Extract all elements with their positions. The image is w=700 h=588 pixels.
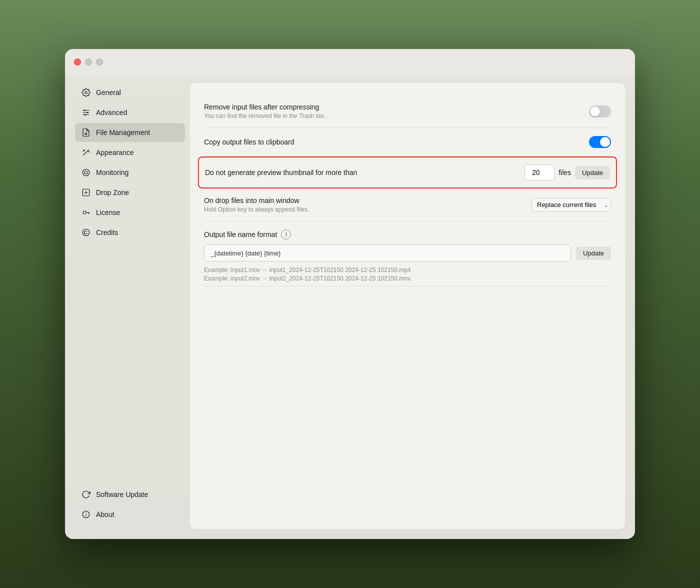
format-example-2: Example: input2.mov → input2_2024-12-25T…	[204, 275, 611, 282]
thumbnail-control: files Update	[524, 164, 610, 180]
drop-behavior-row: On drop files into main window Hold Opti…	[204, 188, 611, 222]
copyright-icon	[81, 228, 91, 238]
thumbnail-limit-label: Do not generate preview thumbnail for mo…	[205, 168, 524, 176]
format-example-1: Example: input1.mov → input1_2024-12-25T…	[204, 266, 611, 274]
sidebar-item-drop-zone[interactable]: Drop Zone	[75, 183, 185, 202]
svg-point-6	[84, 114, 86, 116]
monitoring-icon	[81, 168, 91, 178]
format-examples: Example: input1.mov → input1_2024-12-25T…	[204, 266, 611, 282]
sidebar-item-label: Credits	[96, 228, 118, 236]
sidebar-bottom: Software Update About	[75, 485, 185, 529]
remove-input-label: Remove input files after compressing	[204, 103, 589, 111]
sidebar-item-label: Advanced	[96, 108, 127, 116]
copy-output-row: Copy output files to clipboard	[204, 128, 611, 156]
sidebar-spacer	[75, 243, 185, 484]
copy-output-left: Copy output files to clipboard	[204, 138, 589, 146]
format-update-button[interactable]: Update	[576, 246, 611, 260]
drop-behavior-select-wrapper: Replace current files Append files Ask e…	[532, 198, 611, 212]
titlebar	[65, 49, 635, 75]
format-input-field[interactable]	[204, 244, 571, 262]
maximize-button[interactable]	[96, 58, 103, 66]
sidebar-item-software-update[interactable]: Software Update	[75, 485, 185, 504]
thumbnail-limit-left: Do not generate preview thumbnail for mo…	[205, 168, 524, 176]
window-content: General Advanced File Management Appeara…	[65, 75, 635, 539]
svg-point-12	[83, 211, 86, 214]
format-header: Output file name format i	[204, 230, 611, 240]
svg-point-0	[85, 92, 88, 94]
sidebar-item-label: File Management	[96, 128, 150, 136]
sidebar-item-label: Monitoring	[96, 168, 128, 176]
sidebar-item-about[interactable]: About	[75, 505, 185, 524]
remove-input-left: Remove input files after compressing You…	[204, 103, 589, 120]
close-button[interactable]	[74, 58, 81, 66]
sidebar-item-license[interactable]: License	[75, 203, 185, 222]
info-circle-icon	[81, 510, 91, 520]
thumbnail-limit-row: Do not generate preview thumbnail for mo…	[198, 156, 617, 188]
remove-input-row: Remove input files after compressing You…	[204, 95, 611, 128]
sidebar-item-appearance[interactable]: Appearance	[75, 143, 185, 162]
svg-point-10	[82, 169, 90, 176]
info-icon-label: i	[286, 231, 287, 238]
refresh-icon	[81, 490, 91, 500]
drop-behavior-label: On drop files into main window	[204, 196, 532, 204]
toggle-knob	[590, 106, 600, 116]
remove-input-toggle[interactable]	[589, 106, 611, 118]
sidebar-item-label: General	[96, 88, 121, 96]
sidebar: General Advanced File Management Appeara…	[75, 83, 190, 529]
file-arrow-icon	[81, 128, 91, 138]
drop-zone-icon	[81, 188, 91, 198]
sidebar-item-advanced[interactable]: Advanced	[75, 103, 185, 122]
files-label: files	[558, 168, 571, 176]
svg-point-16	[82, 229, 90, 236]
toggle-knob	[600, 137, 610, 147]
remove-input-sublabel: You can find the removed file in the Tra…	[204, 112, 589, 120]
thumbnail-number-input[interactable]	[524, 164, 554, 180]
wand-icon	[81, 148, 91, 158]
sidebar-item-label: About	[96, 510, 114, 518]
svg-point-4	[84, 110, 86, 111]
drop-behavior-sublabel: Hold Option key to always append files.	[204, 206, 532, 213]
format-section-label: Output file name format	[204, 230, 277, 238]
preferences-window: General Advanced File Management Appeara…	[65, 49, 635, 539]
sidebar-item-label: Software Update	[96, 490, 148, 498]
drop-behavior-select[interactable]: Replace current files Append files Ask e…	[532, 198, 611, 212]
sidebar-item-label: License	[96, 208, 120, 216]
info-icon[interactable]: i	[281, 230, 291, 240]
copy-output-label: Copy output files to clipboard	[204, 138, 589, 146]
main-panel: Remove input files after compressing You…	[190, 83, 625, 529]
svg-point-5	[87, 112, 88, 114]
sliders-icon	[81, 108, 91, 118]
minimize-button[interactable]	[85, 58, 92, 66]
key-icon	[81, 208, 91, 218]
sidebar-item-label: Drop Zone	[96, 188, 129, 196]
sidebar-item-file-management[interactable]: File Management	[75, 123, 185, 142]
sidebar-item-general[interactable]: General	[75, 83, 185, 102]
format-section: Output file name format i Update Example…	[204, 222, 611, 286]
drop-behavior-left: On drop files into main window Hold Opti…	[204, 196, 532, 213]
sidebar-item-label: Appearance	[96, 148, 134, 156]
thumbnail-update-button[interactable]: Update	[575, 166, 610, 180]
format-input-row: Update	[204, 244, 611, 262]
svg-point-9	[84, 171, 88, 174]
gear-icon	[81, 88, 91, 98]
sidebar-item-monitoring[interactable]: Monitoring	[75, 163, 185, 182]
sidebar-item-credits[interactable]: Credits	[75, 223, 185, 242]
copy-output-toggle[interactable]	[589, 136, 611, 148]
